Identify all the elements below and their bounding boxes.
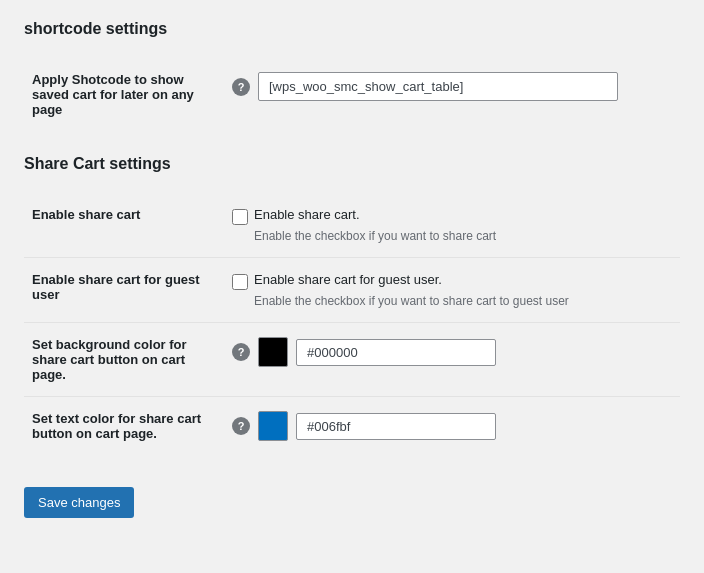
bg-color-label-wrapper: Set background color for share cart butt… <box>32 337 216 382</box>
enable-share-cart-guest-checkbox[interactable] <box>232 274 248 290</box>
enable-share-cart-guest-row: Enable share cart for guest user Enable … <box>24 258 680 323</box>
shortcode-row: Apply Shotcode to show saved cart for la… <box>24 58 680 131</box>
text-color-input[interactable] <box>296 413 496 440</box>
text-color-label-text: Set text color for share cart button on … <box>32 411 216 441</box>
enable-share-cart-guest-checkbox-wrapper: Enable share cart for guest user. <box>232 272 672 290</box>
shortcode-control-cell: ? <box>224 58 680 131</box>
enable-share-cart-guest-control: Enable share cart for guest user. Enable… <box>224 258 680 323</box>
shortcode-input-wrapper: ? <box>232 72 672 101</box>
bg-color-row: Set background color for share cart butt… <box>24 323 680 397</box>
share-cart-section-title: Share Cart settings <box>24 155 680 177</box>
text-color-label-wrapper: Set text color for share cart button on … <box>32 411 216 441</box>
text-color-swatch[interactable] <box>258 411 288 441</box>
text-color-row-inner: ? <box>232 411 672 441</box>
share-cart-settings-table: Enable share cart Enable share cart. Ena… <box>24 193 680 455</box>
shortcode-help-icon[interactable]: ? <box>232 78 250 96</box>
enable-share-cart-guest-checkbox-label: Enable share cart for guest user. <box>254 272 442 287</box>
bg-color-swatch[interactable] <box>258 337 288 367</box>
page-container: shortcode settings Apply Shotcode to sho… <box>0 0 704 548</box>
text-color-row: Set text color for share cart button on … <box>24 397 680 456</box>
enable-share-cart-label: Enable share cart <box>24 193 224 258</box>
enable-share-cart-guest-hint: Enable the checkbox if you want to share… <box>232 294 672 308</box>
shortcode-settings-table: Apply Shotcode to show saved cart for la… <box>24 58 680 131</box>
enable-share-cart-control: Enable share cart. Enable the checkbox i… <box>224 193 680 258</box>
enable-share-cart-checkbox-label: Enable share cart. <box>254 207 360 222</box>
enable-share-cart-hint: Enable the checkbox if you want to share… <box>232 229 672 243</box>
enable-share-cart-guest-label: Enable share cart for guest user <box>24 258 224 323</box>
enable-share-cart-checkbox-wrapper: Enable share cart. <box>232 207 672 225</box>
text-color-control: ? <box>224 397 680 456</box>
enable-share-cart-checkbox[interactable] <box>232 209 248 225</box>
bg-color-row-inner: ? <box>232 337 672 367</box>
text-color-help-icon[interactable]: ? <box>232 417 250 435</box>
bg-color-label-text: Set background color for share cart butt… <box>32 337 216 382</box>
shortcode-input[interactable] <box>258 72 618 101</box>
enable-share-cart-row: Enable share cart Enable share cart. Ena… <box>24 193 680 258</box>
bg-color-control: ? <box>224 323 680 397</box>
save-changes-button[interactable]: Save changes <box>24 487 134 518</box>
shortcode-label: Apply Shotcode to show saved cart for la… <box>24 58 224 131</box>
bg-color-input[interactable] <box>296 339 496 366</box>
text-color-label: Set text color for share cart button on … <box>24 397 224 456</box>
bg-color-label: Set background color for share cart butt… <box>24 323 224 397</box>
shortcode-section-title: shortcode settings <box>24 20 680 42</box>
bg-color-help-icon[interactable]: ? <box>232 343 250 361</box>
